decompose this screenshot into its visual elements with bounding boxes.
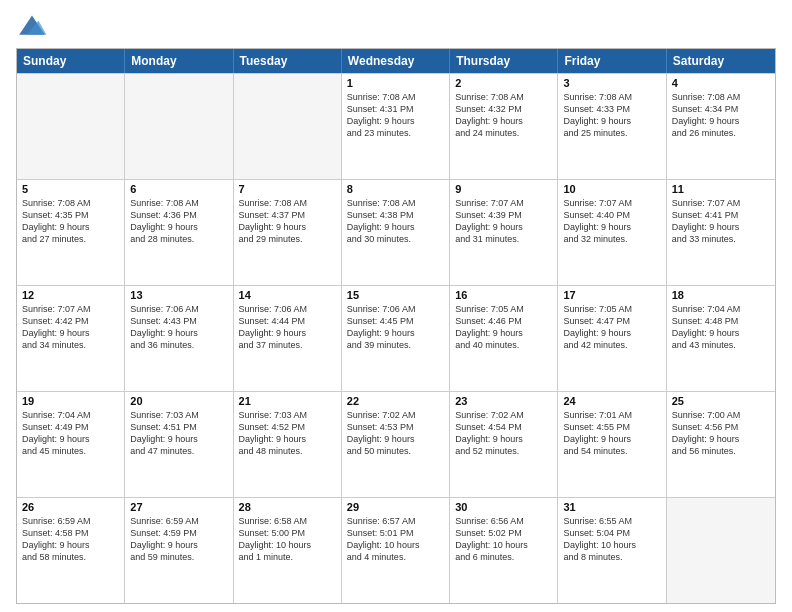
day-info: Sunrise: 7:06 AM Sunset: 4:44 PM Dayligh… xyxy=(239,303,336,352)
day-number: 13 xyxy=(130,289,227,301)
day-number: 1 xyxy=(347,77,444,89)
calendar-cell: 10Sunrise: 7:07 AM Sunset: 4:40 PM Dayli… xyxy=(558,180,666,285)
calendar-cell: 4Sunrise: 7:08 AM Sunset: 4:34 PM Daylig… xyxy=(667,74,775,179)
day-number: 24 xyxy=(563,395,660,407)
page: SundayMondayTuesdayWednesdayThursdayFrid… xyxy=(0,0,792,612)
day-info: Sunrise: 7:00 AM Sunset: 4:56 PM Dayligh… xyxy=(672,409,770,458)
logo xyxy=(16,12,52,40)
calendar-cell: 3Sunrise: 7:08 AM Sunset: 4:33 PM Daylig… xyxy=(558,74,666,179)
calendar-header-cell: Tuesday xyxy=(234,49,342,73)
calendar-cell xyxy=(667,498,775,603)
calendar-header-cell: Wednesday xyxy=(342,49,450,73)
day-number: 18 xyxy=(672,289,770,301)
calendar-cell: 13Sunrise: 7:06 AM Sunset: 4:43 PM Dayli… xyxy=(125,286,233,391)
day-info: Sunrise: 7:08 AM Sunset: 4:34 PM Dayligh… xyxy=(672,91,770,140)
day-number: 16 xyxy=(455,289,552,301)
day-number: 21 xyxy=(239,395,336,407)
calendar-cell xyxy=(17,74,125,179)
logo-icon xyxy=(16,12,48,40)
calendar-cell: 30Sunrise: 6:56 AM Sunset: 5:02 PM Dayli… xyxy=(450,498,558,603)
day-info: Sunrise: 6:55 AM Sunset: 5:04 PM Dayligh… xyxy=(563,515,660,564)
day-number: 11 xyxy=(672,183,770,195)
day-number: 10 xyxy=(563,183,660,195)
calendar-cell: 14Sunrise: 7:06 AM Sunset: 4:44 PM Dayli… xyxy=(234,286,342,391)
calendar-cell: 1Sunrise: 7:08 AM Sunset: 4:31 PM Daylig… xyxy=(342,74,450,179)
day-info: Sunrise: 7:04 AM Sunset: 4:48 PM Dayligh… xyxy=(672,303,770,352)
day-info: Sunrise: 7:08 AM Sunset: 4:35 PM Dayligh… xyxy=(22,197,119,246)
calendar-cell: 28Sunrise: 6:58 AM Sunset: 5:00 PM Dayli… xyxy=(234,498,342,603)
day-number: 23 xyxy=(455,395,552,407)
calendar-cell: 21Sunrise: 7:03 AM Sunset: 4:52 PM Dayli… xyxy=(234,392,342,497)
day-info: Sunrise: 6:57 AM Sunset: 5:01 PM Dayligh… xyxy=(347,515,444,564)
day-info: Sunrise: 7:07 AM Sunset: 4:40 PM Dayligh… xyxy=(563,197,660,246)
calendar-body: 1Sunrise: 7:08 AM Sunset: 4:31 PM Daylig… xyxy=(17,73,775,603)
day-info: Sunrise: 6:59 AM Sunset: 4:58 PM Dayligh… xyxy=(22,515,119,564)
calendar-cell: 31Sunrise: 6:55 AM Sunset: 5:04 PM Dayli… xyxy=(558,498,666,603)
day-number: 4 xyxy=(672,77,770,89)
calendar-cell: 22Sunrise: 7:02 AM Sunset: 4:53 PM Dayli… xyxy=(342,392,450,497)
calendar-week: 19Sunrise: 7:04 AM Sunset: 4:49 PM Dayli… xyxy=(17,391,775,497)
calendar-cell: 26Sunrise: 6:59 AM Sunset: 4:58 PM Dayli… xyxy=(17,498,125,603)
day-info: Sunrise: 7:08 AM Sunset: 4:38 PM Dayligh… xyxy=(347,197,444,246)
calendar-cell: 15Sunrise: 7:06 AM Sunset: 4:45 PM Dayli… xyxy=(342,286,450,391)
calendar-header-cell: Thursday xyxy=(450,49,558,73)
day-info: Sunrise: 7:08 AM Sunset: 4:37 PM Dayligh… xyxy=(239,197,336,246)
calendar-week: 12Sunrise: 7:07 AM Sunset: 4:42 PM Dayli… xyxy=(17,285,775,391)
calendar-cell: 6Sunrise: 7:08 AM Sunset: 4:36 PM Daylig… xyxy=(125,180,233,285)
day-info: Sunrise: 7:03 AM Sunset: 4:52 PM Dayligh… xyxy=(239,409,336,458)
calendar-week: 1Sunrise: 7:08 AM Sunset: 4:31 PM Daylig… xyxy=(17,73,775,179)
day-number: 28 xyxy=(239,501,336,513)
day-info: Sunrise: 7:07 AM Sunset: 4:39 PM Dayligh… xyxy=(455,197,552,246)
day-number: 20 xyxy=(130,395,227,407)
day-info: Sunrise: 6:58 AM Sunset: 5:00 PM Dayligh… xyxy=(239,515,336,564)
calendar-cell xyxy=(125,74,233,179)
day-number: 5 xyxy=(22,183,119,195)
day-number: 8 xyxy=(347,183,444,195)
calendar-cell: 24Sunrise: 7:01 AM Sunset: 4:55 PM Dayli… xyxy=(558,392,666,497)
calendar-week: 5Sunrise: 7:08 AM Sunset: 4:35 PM Daylig… xyxy=(17,179,775,285)
day-number: 19 xyxy=(22,395,119,407)
day-number: 3 xyxy=(563,77,660,89)
day-info: Sunrise: 7:08 AM Sunset: 4:32 PM Dayligh… xyxy=(455,91,552,140)
day-info: Sunrise: 7:02 AM Sunset: 4:53 PM Dayligh… xyxy=(347,409,444,458)
day-info: Sunrise: 7:05 AM Sunset: 4:47 PM Dayligh… xyxy=(563,303,660,352)
calendar-header-cell: Saturday xyxy=(667,49,775,73)
day-info: Sunrise: 7:02 AM Sunset: 4:54 PM Dayligh… xyxy=(455,409,552,458)
calendar-cell: 9Sunrise: 7:07 AM Sunset: 4:39 PM Daylig… xyxy=(450,180,558,285)
day-number: 14 xyxy=(239,289,336,301)
calendar-cell: 7Sunrise: 7:08 AM Sunset: 4:37 PM Daylig… xyxy=(234,180,342,285)
day-info: Sunrise: 7:03 AM Sunset: 4:51 PM Dayligh… xyxy=(130,409,227,458)
calendar: SundayMondayTuesdayWednesdayThursdayFrid… xyxy=(16,48,776,604)
calendar-cell: 25Sunrise: 7:00 AM Sunset: 4:56 PM Dayli… xyxy=(667,392,775,497)
day-number: 25 xyxy=(672,395,770,407)
day-info: Sunrise: 7:06 AM Sunset: 4:43 PM Dayligh… xyxy=(130,303,227,352)
day-info: Sunrise: 7:07 AM Sunset: 4:41 PM Dayligh… xyxy=(672,197,770,246)
calendar-cell: 19Sunrise: 7:04 AM Sunset: 4:49 PM Dayli… xyxy=(17,392,125,497)
day-info: Sunrise: 7:08 AM Sunset: 4:31 PM Dayligh… xyxy=(347,91,444,140)
day-number: 2 xyxy=(455,77,552,89)
calendar-cell: 18Sunrise: 7:04 AM Sunset: 4:48 PM Dayli… xyxy=(667,286,775,391)
day-number: 6 xyxy=(130,183,227,195)
header xyxy=(16,12,776,40)
day-info: Sunrise: 7:08 AM Sunset: 4:36 PM Dayligh… xyxy=(130,197,227,246)
calendar-cell: 27Sunrise: 6:59 AM Sunset: 4:59 PM Dayli… xyxy=(125,498,233,603)
day-number: 15 xyxy=(347,289,444,301)
day-number: 7 xyxy=(239,183,336,195)
calendar-cell: 8Sunrise: 7:08 AM Sunset: 4:38 PM Daylig… xyxy=(342,180,450,285)
calendar-header-row: SundayMondayTuesdayWednesdayThursdayFrid… xyxy=(17,49,775,73)
calendar-cell: 23Sunrise: 7:02 AM Sunset: 4:54 PM Dayli… xyxy=(450,392,558,497)
day-info: Sunrise: 7:06 AM Sunset: 4:45 PM Dayligh… xyxy=(347,303,444,352)
day-info: Sunrise: 7:04 AM Sunset: 4:49 PM Dayligh… xyxy=(22,409,119,458)
day-number: 29 xyxy=(347,501,444,513)
day-info: Sunrise: 7:08 AM Sunset: 4:33 PM Dayligh… xyxy=(563,91,660,140)
day-number: 22 xyxy=(347,395,444,407)
calendar-cell xyxy=(234,74,342,179)
day-number: 26 xyxy=(22,501,119,513)
calendar-cell: 29Sunrise: 6:57 AM Sunset: 5:01 PM Dayli… xyxy=(342,498,450,603)
calendar-header-cell: Sunday xyxy=(17,49,125,73)
calendar-cell: 5Sunrise: 7:08 AM Sunset: 4:35 PM Daylig… xyxy=(17,180,125,285)
day-number: 17 xyxy=(563,289,660,301)
day-info: Sunrise: 7:07 AM Sunset: 4:42 PM Dayligh… xyxy=(22,303,119,352)
day-number: 31 xyxy=(563,501,660,513)
calendar-header-cell: Friday xyxy=(558,49,666,73)
